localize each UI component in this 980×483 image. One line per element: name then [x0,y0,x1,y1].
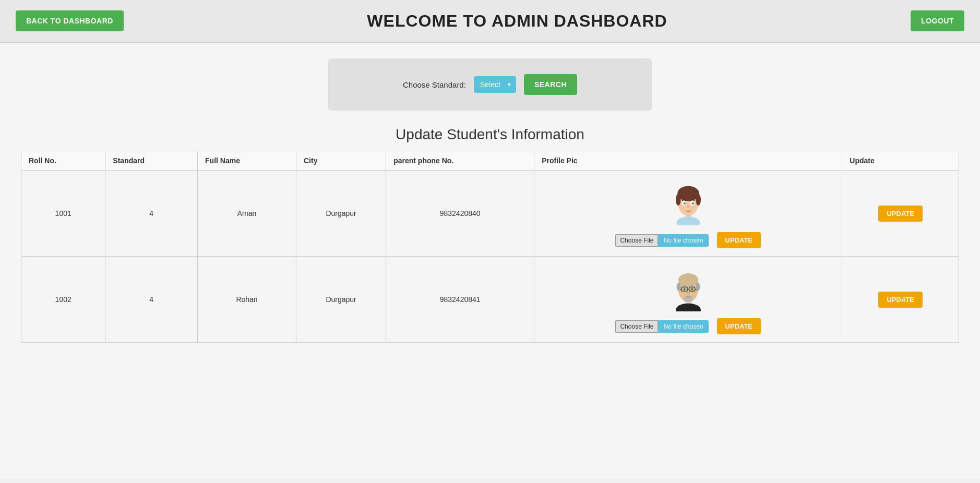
table-row: 1001 4 Aman Durgapur 9832420840 [21,171,959,257]
avatar [667,178,709,227]
file-input-row: Choose File No file chosen UPDATE [615,232,761,248]
back-to-dashboard-button[interactable]: BACK TO DASHBOARD [16,10,124,31]
file-no-chosen-label: No file chosen [658,235,708,246]
col-update: Update [842,151,959,171]
file-input-row: Choose File No file chosen UPDATE [615,318,761,334]
cell-roll-no: 1001 [21,171,105,257]
svg-point-5 [696,194,701,206]
standard-select-container[interactable]: Select 1 2 3 4 5 6 7 8 9 10 [474,76,516,93]
svg-point-0 [676,216,700,225]
table-title: Update Student's Information [21,126,959,143]
file-input-wrapper: Choose File No file chosen [615,320,708,333]
file-input-wrapper: Choose File No file chosen [615,234,708,247]
svg-point-28 [687,292,689,294]
update-button-inline[interactable]: UPDATE [717,318,761,334]
svg-point-16 [678,273,698,287]
search-button[interactable]: SEARCH [524,74,577,95]
cell-full-name: Rohan [198,257,296,343]
standard-select[interactable]: Select 1 2 3 4 5 6 7 8 9 10 [474,76,516,93]
update-button[interactable]: UPDATE [878,292,922,308]
svg-point-26 [684,288,685,289]
svg-point-9 [691,202,694,205]
cell-full-name: Aman [198,171,296,257]
cell-city: Durgapur [296,257,386,343]
avatar-container: Choose File No file chosen UPDATE [540,178,836,248]
cell-city: Durgapur [296,171,386,257]
svg-point-27 [691,288,692,289]
file-no-chosen-label: No file chosen [658,321,708,332]
col-profile-pic: Profile Pic [534,151,842,171]
update-button[interactable]: UPDATE [878,206,922,222]
svg-point-8 [683,202,686,205]
cell-standard: 4 [105,171,198,257]
table-body: 1001 4 Aman Durgapur 9832420840 [21,171,959,343]
cell-profile-pic: Choose File No file chosen UPDATE [534,171,842,257]
col-roll-no: Roll No. [21,151,105,171]
page-title: WELCOME TO ADMIN DASHBOARD [367,11,667,31]
svg-point-10 [684,202,685,203]
col-full-name: Full Name [198,151,296,171]
col-parent-phone: parent phone No. [386,151,534,171]
main-content: Choose Standard: Select 1 2 3 4 5 6 7 8 … [0,43,980,479]
cell-roll-no: 1002 [21,257,105,343]
table-header: Roll No. Standard Full Name City parent … [21,151,959,171]
cell-parent-phone: 9832420841 [386,257,534,343]
logout-button[interactable]: LOGOUT [911,10,964,31]
cell-parent-phone: 9832420840 [386,171,534,257]
cell-update: UPDATE [842,257,959,343]
search-panel: Choose Standard: Select 1 2 3 4 5 6 7 8 … [328,58,652,111]
cell-update: UPDATE [842,171,959,257]
svg-point-13 [676,304,701,311]
cell-profile-pic: Choose File No file chosen UPDATE [534,257,842,343]
update-button-inline[interactable]: UPDATE [717,232,761,248]
choose-file-button[interactable]: Choose File [615,234,658,247]
col-city: City [296,151,386,171]
cell-standard: 4 [105,257,198,343]
svg-point-12 [687,206,689,208]
svg-point-11 [692,202,694,203]
svg-point-4 [676,194,681,206]
col-standard: Standard [105,151,198,171]
header: BACK TO DASHBOARD WELCOME TO ADMIN DASHB… [0,0,980,43]
avatar-container: Choose File No file chosen UPDATE [540,264,836,334]
choose-file-button[interactable]: Choose File [615,320,658,333]
avatar [667,264,709,313]
svg-point-30 [683,297,693,303]
student-table: Roll No. Standard Full Name City parent … [21,151,959,343]
choose-standard-label: Choose Standard: [403,80,466,89]
table-section: Update Student's Information Roll No. St… [21,126,959,343]
table-row: 1002 4 Rohan Durgapur 9832420841 [21,257,959,343]
